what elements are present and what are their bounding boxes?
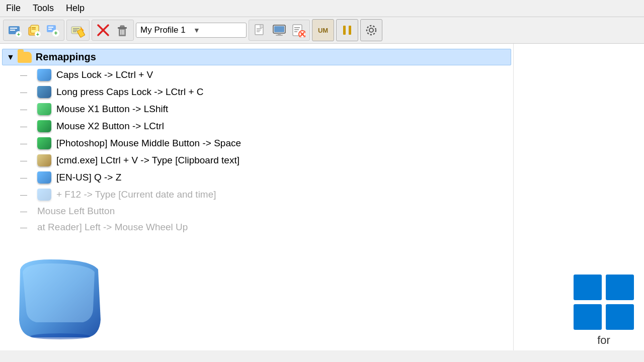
svg-rect-8 xyxy=(32,29,36,30)
new-page-button[interactable] xyxy=(251,21,269,39)
profile-dropdown[interactable]: My Profile 1 ▼ xyxy=(136,23,247,38)
key-icon-8 xyxy=(37,189,51,201)
connector-8 xyxy=(20,191,34,199)
svg-rect-2 xyxy=(10,30,15,31)
svg-rect-26 xyxy=(120,26,124,28)
key-icon-4 xyxy=(37,120,51,132)
item-text-2: Long press Caps Lock -> LCtrl + C xyxy=(56,86,204,98)
svg-point-48 xyxy=(369,28,373,32)
settings-button[interactable] xyxy=(360,19,382,41)
key-icon-7 xyxy=(37,171,51,184)
pause-button[interactable] xyxy=(336,19,358,41)
key-icon-3 xyxy=(37,103,51,115)
win-tile-2 xyxy=(606,275,634,300)
tree-root-remappings[interactable]: ▼ Remappings xyxy=(2,49,511,65)
connector-6 xyxy=(20,156,34,164)
folder-icon xyxy=(18,52,32,63)
svg-point-49 xyxy=(367,26,376,35)
key-icon-2 xyxy=(37,86,51,98)
item-text-4: Mouse X2 Button -> LCtrl xyxy=(56,121,164,132)
windows-logo-section: for xyxy=(574,275,634,347)
svg-rect-12 xyxy=(48,27,53,28)
svg-rect-46 xyxy=(343,26,346,35)
item-text-7: [EN-US] Q -> Z xyxy=(56,172,121,183)
svg-point-50 xyxy=(30,333,91,339)
menu-tools[interactable]: Tools xyxy=(31,2,56,15)
edit-button[interactable] xyxy=(69,21,87,39)
toolbar-group-view xyxy=(249,20,310,41)
svg-text:+: + xyxy=(54,30,57,37)
delete-button[interactable] xyxy=(94,21,112,39)
item-text-9: Mouse Left Button xyxy=(37,206,115,217)
tree-item-6[interactable]: [cmd.exe] LCtrl + V -> Type [Clipboard t… xyxy=(20,152,513,169)
windows-logo xyxy=(574,275,634,330)
item-text-8: + F12 -> Type [Current date and time] xyxy=(56,189,216,200)
menu-file[interactable]: File xyxy=(4,2,23,15)
script-button[interactable] xyxy=(289,21,307,39)
copy-profile-button[interactable]: + xyxy=(25,21,43,39)
svg-rect-1 xyxy=(10,28,17,29)
main-content: ▼ Remappings Caps Lock -> LCtrl + V Long… xyxy=(0,44,644,350)
svg-rect-36 xyxy=(274,26,284,32)
tree-item-9[interactable]: Mouse Left Button xyxy=(20,203,513,219)
svg-rect-38 xyxy=(276,35,283,36)
key-icon-6 xyxy=(37,154,51,166)
tree-item-1[interactable]: Caps Lock -> LCtrl + V xyxy=(20,66,513,83)
big-key-decoration xyxy=(10,254,111,352)
svg-text:+: + xyxy=(36,32,39,37)
tree-item-7[interactable]: [EN-US] Q -> Z xyxy=(20,169,513,186)
win-tile-4 xyxy=(606,304,634,330)
toolbar-group-edit xyxy=(66,20,90,41)
windows-label: for xyxy=(574,334,634,347)
svg-rect-47 xyxy=(349,26,351,35)
tree-item-2[interactable]: Long press Caps Lock -> LCtrl + C xyxy=(20,83,513,101)
tree-item-10[interactable]: at Reader] Left -> Mouse Wheel Up xyxy=(20,219,513,235)
dropdown-arrow-icon: ▼ xyxy=(193,26,242,34)
add-item-button[interactable]: + xyxy=(44,21,62,39)
svg-rect-13 xyxy=(48,29,52,30)
connector-7 xyxy=(20,173,34,182)
svg-rect-7 xyxy=(32,27,36,28)
tree-item-8[interactable]: + F12 -> Type [Current date and time] xyxy=(20,186,513,203)
connector-1 xyxy=(20,71,34,79)
key-icon-5 xyxy=(37,137,51,149)
profile-name: My Profile 1 xyxy=(140,25,189,35)
svg-rect-31 xyxy=(260,25,263,28)
item-text-5: [Photoshop] Mouse Middle Button -> Space xyxy=(56,138,241,149)
tree-item-3[interactable]: Mouse X1 Button -> LShift xyxy=(20,101,513,118)
svg-text:+: + xyxy=(17,32,20,37)
menu-help[interactable]: Help xyxy=(64,2,87,15)
connector-10 xyxy=(20,223,34,231)
connector-4 xyxy=(20,122,34,130)
tree-root-label: Remappings xyxy=(36,51,96,63)
menu-bar: File Tools Help xyxy=(0,0,644,17)
tree-item-4[interactable]: Mouse X2 Button -> LCtrl xyxy=(20,118,513,135)
right-panel: for xyxy=(513,44,644,350)
item-text-3: Mouse X1 Button -> LShift xyxy=(56,104,168,115)
connector-2 xyxy=(20,88,34,96)
monitor-button[interactable] xyxy=(270,21,288,39)
connector-3 xyxy=(20,105,34,113)
toolbar-group-delete xyxy=(92,20,134,41)
tree-item-5[interactable]: [Photoshop] Mouse Middle Button -> Space xyxy=(20,135,513,152)
item-text-1: Caps Lock -> LCtrl + V xyxy=(56,69,153,80)
item-text-6: [cmd.exe] LCtrl + V -> Type [Clipboard t… xyxy=(56,155,239,166)
collapse-arrow-icon[interactable]: ▼ xyxy=(7,53,15,62)
win-tile-3 xyxy=(574,304,602,330)
connector-5 xyxy=(20,139,34,147)
key-icon-1 xyxy=(37,69,51,81)
um-button[interactable]: UM xyxy=(312,19,334,41)
trash-button[interactable] xyxy=(113,21,131,39)
add-profile-button[interactable]: + xyxy=(6,21,24,39)
toolbar: + + + xyxy=(0,17,644,44)
connector-9 xyxy=(20,207,34,215)
toolbar-group-add: + + + xyxy=(3,20,64,41)
item-text-10: at Reader] Left -> Mouse Wheel Up xyxy=(37,222,188,233)
win-tile-1 xyxy=(574,275,602,300)
tree-items-container: Caps Lock -> LCtrl + V Long press Caps L… xyxy=(0,66,513,235)
